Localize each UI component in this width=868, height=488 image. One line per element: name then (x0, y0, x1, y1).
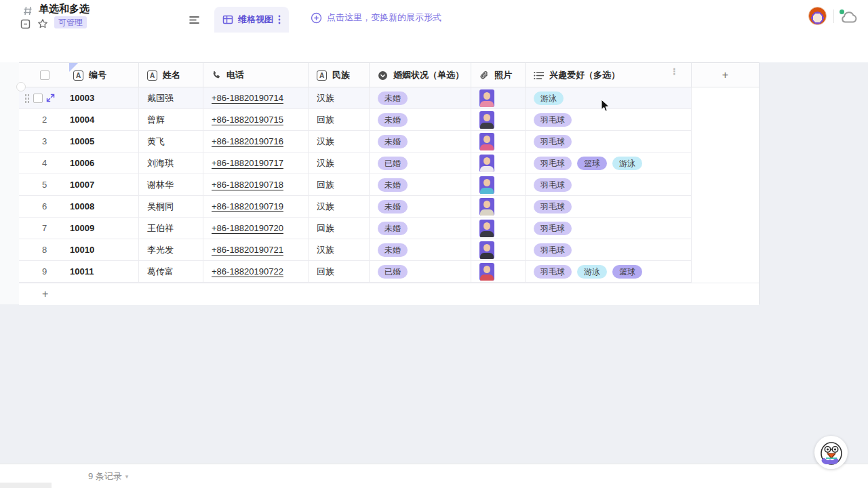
help-mascot-button[interactable] (814, 436, 848, 469)
cell-number[interactable]: 5 10007 (19, 174, 139, 195)
photo-thumbnail[interactable] (479, 176, 494, 194)
cell-phone[interactable]: +86-18820190718 (203, 174, 309, 195)
table-row[interactable]: 7 10009 王伯祥 +86-18820190720 回族 未婚 羽毛球 (19, 218, 692, 239)
cell-ethnic[interactable]: 汉族 (309, 196, 370, 217)
cell-photo[interactable] (471, 218, 526, 239)
add-view-button[interactable]: 点击这里，变换新的展示形式 (311, 9, 441, 26)
cell-number[interactable]: 2 10004 (19, 109, 139, 130)
photo-thumbnail[interactable] (479, 220, 494, 237)
cell-name[interactable]: 戴国强 (139, 87, 203, 108)
select-all-checkbox[interactable] (40, 70, 50, 80)
cell-hobby[interactable]: 羽毛球 (526, 174, 692, 195)
cell-phone[interactable]: +86-18820190721 (203, 239, 309, 260)
cell-hobby[interactable]: 羽毛球 (526, 196, 692, 217)
table-row[interactable]: 6 10008 吴桐同 +86-18820190719 汉族 未婚 羽毛球 (19, 196, 692, 218)
column-header-marital[interactable]: 婚姻状况（单选） (370, 63, 471, 87)
photo-thumbnail[interactable] (479, 198, 494, 216)
cell-phone[interactable]: +86-18820190717 (203, 152, 309, 174)
table-row[interactable]: 4 10006 刘海琪 +86-18820190717 汉族 已婚 羽毛球篮球游… (19, 152, 692, 174)
photo-thumbnail[interactable] (479, 133, 494, 150)
description-icon[interactable] (20, 19, 31, 29)
photo-thumbnail[interactable] (479, 155, 494, 172)
expand-record-icon[interactable] (46, 94, 55, 102)
cell-photo[interactable] (471, 131, 526, 152)
cell-photo[interactable] (471, 196, 526, 217)
cell-number[interactable]: 4 10006 (19, 152, 139, 174)
column-more-icon[interactable]: ⋮ (670, 70, 679, 73)
cell-ethnic[interactable]: 汉族 (309, 131, 370, 152)
column-header-phone[interactable]: 电话 (203, 63, 309, 87)
add-column-button[interactable]: + (692, 63, 759, 87)
cell-photo[interactable] (471, 109, 526, 130)
column-header-number[interactable]: A 编号 (19, 63, 139, 87)
row-handle-knob[interactable] (16, 82, 26, 92)
cell-marital[interactable]: 未婚 (370, 218, 471, 239)
cell-hobby[interactable]: 羽毛球篮球游泳 (526, 152, 692, 174)
cell-hobby[interactable]: 羽毛球 (526, 239, 692, 260)
cell-number[interactable]: 3 10005 (19, 131, 139, 152)
cell-marital[interactable]: 未婚 (370, 87, 471, 108)
cell-ethnic[interactable]: 汉族 (309, 239, 370, 260)
cell-ethnic[interactable]: 回族 (309, 261, 370, 282)
cell-phone[interactable]: +86-18820190719 (203, 196, 309, 217)
column-header-photo[interactable]: 照片 (471, 63, 526, 87)
favorite-star-icon[interactable] (37, 18, 48, 29)
cell-photo[interactable] (471, 239, 526, 260)
tab-grid-view[interactable]: 维格视图 (214, 7, 289, 33)
table-row[interactable]: 3 10005 黄飞 +86-18820190716 汉族 未婚 羽毛球 (19, 131, 692, 152)
table-row[interactable]: 2 10004 曾辉 +86-18820190715 回族 未婚 羽毛球 (19, 109, 692, 131)
cell-name[interactable]: 谢林华 (139, 174, 203, 195)
tab-more-icon[interactable] (278, 15, 281, 24)
add-row-row[interactable]: + (19, 283, 759, 305)
cell-photo[interactable] (471, 261, 526, 282)
cell-photo[interactable] (471, 152, 526, 174)
cell-phone[interactable]: +86-18820190720 (203, 218, 309, 239)
cell-ethnic[interactable]: 回族 (309, 174, 370, 195)
cell-hobby[interactable]: 羽毛球 (526, 131, 692, 152)
photo-thumbnail[interactable] (479, 89, 494, 107)
cell-hobby[interactable]: 羽毛球 (526, 218, 692, 239)
photo-thumbnail[interactable] (479, 241, 494, 259)
cell-number[interactable]: 6 10008 (19, 196, 139, 217)
cell-phone[interactable]: +86-18820190714 (203, 87, 309, 108)
user-avatar[interactable] (808, 7, 827, 25)
cell-number[interactable]: 9 10011 (19, 261, 139, 282)
cell-marital[interactable]: 未婚 (370, 239, 471, 260)
cell-marital[interactable]: 已婚 (370, 152, 471, 174)
cell-marital[interactable]: 已婚 (370, 261, 471, 282)
cell-marital[interactable]: 未婚 (370, 131, 471, 152)
table-row[interactable]: 1 10003 戴国强 +86-18820190714 汉族 未婚 游泳 (19, 87, 692, 109)
cell-name[interactable]: 李光发 (139, 239, 203, 260)
cell-ethnic[interactable]: 汉族 (309, 87, 370, 108)
cell-name[interactable]: 葛传富 (139, 261, 203, 282)
cell-phone[interactable]: +86-18820190716 (203, 131, 309, 152)
cell-ethnic[interactable]: 汉族 (309, 152, 370, 174)
table-row[interactable]: 5 10007 谢林华 +86-18820190718 回族 未婚 羽毛球 (19, 174, 692, 196)
cell-name[interactable]: 黄飞 (139, 131, 203, 152)
view-list-icon[interactable] (189, 15, 200, 25)
table-row[interactable]: 9 10011 葛传富 +86-18820190722 回族 已婚 羽毛球游泳篮… (19, 261, 692, 283)
cell-marital[interactable]: 未婚 (370, 196, 471, 217)
cell-number[interactable]: 7 10009 (19, 218, 139, 239)
cell-name[interactable]: 曾辉 (139, 109, 203, 130)
cell-hobby[interactable]: 羽毛球游泳篮球 (526, 261, 692, 282)
cell-number[interactable]: 8 10010 (19, 239, 139, 260)
cell-name[interactable]: 刘海琪 (139, 152, 203, 174)
cell-photo[interactable] (471, 87, 526, 108)
cell-ethnic[interactable]: 回族 (309, 109, 370, 130)
cell-marital[interactable]: 未婚 (370, 174, 471, 195)
cell-phone[interactable]: +86-18820190715 (203, 109, 309, 130)
cell-marital[interactable]: 未婚 (370, 109, 471, 130)
record-count[interactable]: 9 条记录 ▾ (88, 470, 128, 483)
column-header-ethnic[interactable]: A 民族 (309, 63, 370, 87)
column-header-hobby[interactable]: 兴趣爱好（多选） ⋮ (526, 63, 692, 87)
photo-thumbnail[interactable] (479, 263, 494, 281)
cell-photo[interactable] (471, 174, 526, 195)
cell-name[interactable]: 吴桐同 (139, 196, 203, 217)
table-row[interactable]: 8 10010 李光发 +86-18820190721 汉族 未婚 羽毛球 (19, 239, 692, 261)
photo-thumbnail[interactable] (479, 111, 494, 129)
cell-name[interactable]: 王伯祥 (139, 218, 203, 239)
column-header-name[interactable]: A 姓名 (139, 63, 203, 87)
cell-phone[interactable]: +86-18820190722 (203, 261, 309, 282)
row-checkbox[interactable] (33, 94, 43, 103)
